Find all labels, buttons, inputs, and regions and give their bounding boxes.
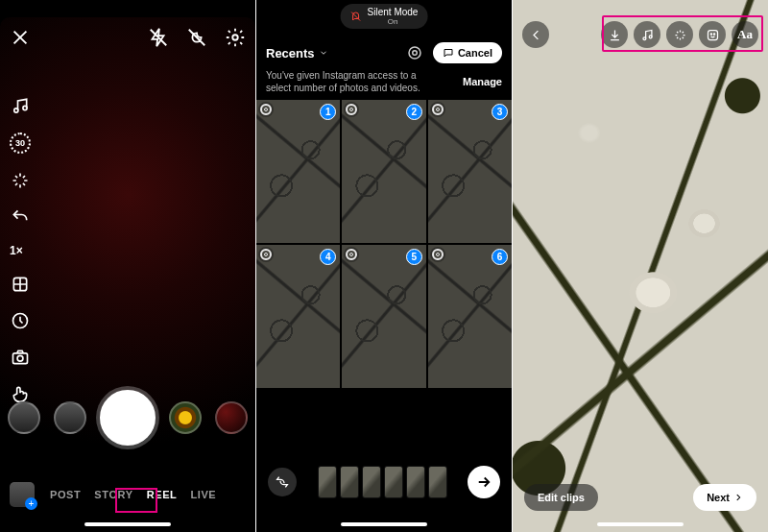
zoom-button[interactable]: 1× (10, 244, 31, 257)
silent-sub: On (368, 17, 419, 26)
home-indicator (341, 522, 427, 526)
filter-row (0, 390, 255, 446)
svg-rect-5 (13, 353, 28, 364)
select-multiple-icon[interactable] (406, 44, 423, 61)
dual-camera-icon[interactable] (10, 348, 31, 367)
filter-thumb[interactable] (215, 401, 248, 434)
speed-icon[interactable] (10, 311, 31, 330)
media-grid: 1 2 3 4 5 6 (256, 100, 512, 388)
media-cell[interactable]: 3 (428, 100, 512, 243)
settings-icon[interactable] (225, 27, 246, 48)
live-photo-icon (432, 104, 444, 115)
svg-rect-11 (708, 30, 717, 39)
editor-toolbar: Aa (601, 21, 758, 48)
media-cell[interactable]: 5 (342, 245, 425, 388)
svg-point-6 (17, 355, 23, 361)
edit-clips-button[interactable]: Edit clips (524, 484, 598, 511)
svg-point-10 (649, 35, 652, 37)
svg-point-2 (23, 106, 27, 109)
tab-post[interactable]: POST (50, 489, 81, 500)
filter-thumb[interactable] (8, 401, 40, 434)
svg-point-9 (642, 36, 645, 39)
order-badge: 6 (492, 249, 508, 265)
clip-thumb[interactable] (318, 466, 337, 498)
music-icon[interactable] (634, 21, 660, 48)
album-selector[interactable]: Recents (266, 46, 328, 60)
music-icon[interactable] (10, 96, 31, 115)
live-photo-icon (432, 249, 444, 260)
next-button[interactable] (468, 466, 500, 498)
clip-strip (306, 466, 458, 498)
preview-image (513, 0, 768, 532)
close-icon[interactable] (10, 27, 31, 48)
side-toolbar: 30 1× (10, 96, 31, 403)
chevron-right-icon (733, 493, 743, 502)
home-indicator (597, 522, 684, 526)
media-cell[interactable]: 6 (428, 245, 512, 388)
back-button[interactable] (522, 21, 549, 48)
media-cell[interactable]: 4 (256, 245, 340, 388)
cancel-button[interactable]: Cancel (433, 42, 502, 63)
media-cell[interactable]: 2 (342, 100, 425, 243)
order-badge: 3 (492, 104, 508, 120)
svg-point-1 (14, 109, 18, 112)
svg-point-13 (713, 33, 714, 34)
cancel-label: Cancel (458, 47, 492, 59)
order-badge: 5 (406, 249, 422, 265)
night-off-icon[interactable] (186, 27, 207, 48)
permission-bar: You've given Instagram access to a selec… (266, 69, 502, 94)
chevron-down-icon (319, 48, 328, 58)
reorder-button[interactable] (268, 468, 297, 496)
media-cell[interactable]: 1 (256, 100, 340, 243)
clip-thumb[interactable] (362, 466, 381, 498)
filter-thumb[interactable] (54, 401, 86, 434)
clip-thumb[interactable] (428, 466, 447, 498)
effects-icon[interactable] (10, 171, 31, 190)
next-button[interactable]: Next (693, 484, 756, 511)
undo-icon[interactable] (10, 207, 31, 227)
text-icon[interactable]: Aa (732, 21, 758, 48)
tab-live[interactable]: LIVE (190, 489, 216, 500)
layout-icon[interactable] (10, 275, 31, 294)
bell-off-icon (350, 11, 362, 22)
mode-tabs: POST STORY REEL LIVE (50, 489, 216, 500)
shutter-button[interactable] (100, 390, 156, 446)
duration-button[interactable]: 30 (10, 133, 31, 154)
filter-thumb[interactable] (169, 401, 202, 434)
permission-text: You've given Instagram access to a selec… (266, 69, 439, 94)
picker-panel: Silent Mode On Recents Cancel You've giv… (256, 0, 512, 532)
download-icon[interactable] (601, 21, 628, 48)
svg-point-12 (710, 33, 711, 34)
next-label: Next (707, 492, 730, 503)
manage-button[interactable]: Manage (463, 75, 502, 88)
svg-point-7 (409, 47, 420, 59)
flash-off-icon[interactable] (148, 27, 169, 48)
text-label: Aa (737, 27, 753, 42)
album-label: Recents (266, 46, 315, 60)
home-indicator (84, 522, 171, 526)
effects-icon[interactable] (666, 21, 693, 48)
clip-thumb[interactable] (384, 466, 403, 498)
live-photo-icon (260, 104, 272, 115)
order-badge: 2 (406, 104, 422, 120)
tab-reel[interactable]: REEL (147, 489, 178, 500)
silent-mode-pill: Silent Mode On (341, 4, 428, 29)
live-photo-icon (260, 249, 272, 260)
sticker-icon[interactable] (699, 21, 726, 48)
clip-thumb[interactable] (340, 466, 359, 498)
svg-point-8 (413, 51, 418, 56)
editor-panel: Aa Edit clips Next (513, 0, 768, 532)
chat-icon (443, 47, 454, 59)
capture-panel: 30 1× POST STORY REEL LIVE (0, 0, 255, 532)
tab-story[interactable]: STORY (94, 489, 132, 500)
clip-thumb[interactable] (406, 466, 425, 498)
gallery-button[interactable] (10, 482, 35, 507)
silent-title: Silent Mode (368, 7, 419, 17)
svg-point-0 (232, 35, 238, 40)
